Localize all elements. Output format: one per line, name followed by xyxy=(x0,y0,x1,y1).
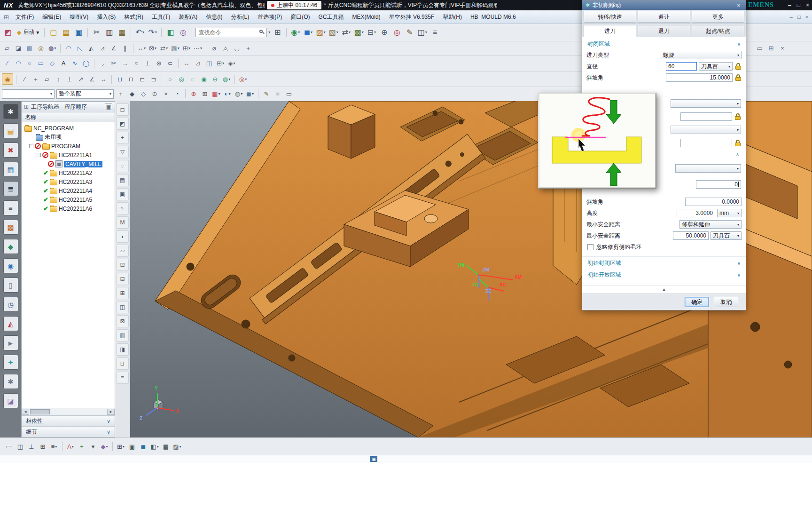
roles-icon[interactable]: ✱ xyxy=(3,104,18,119)
sheet-icon[interactable]: ▥ xyxy=(117,329,129,341)
datum-plane-icon[interactable]: ◪ xyxy=(13,43,23,54)
circle-ring-icon[interactable]: ◎ xyxy=(176,74,187,84)
menu-item-5[interactable]: 工具(T) xyxy=(148,12,174,23)
analysis-icon[interactable]: ◬ xyxy=(220,43,231,54)
wave-link-icon[interactable]: ≈ xyxy=(117,202,129,214)
tree-row-cavity-mill[interactable]: ▦ CAVITY_MILL xyxy=(22,159,115,168)
shade-icon[interactable]: ◧▾ xyxy=(149,441,160,452)
web-browser-icon[interactable]: ◉ xyxy=(3,258,18,273)
window-minimize-button[interactable]: – xyxy=(788,2,791,8)
min-clearance-unit-select[interactable]: 刀具百 ▾ xyxy=(710,231,742,240)
tree-row-hc202211a4[interactable]: ✔ HC202211A4 xyxy=(22,186,115,195)
circle-minus-icon[interactable]: ⊖ xyxy=(210,74,220,84)
stack-icon[interactable]: ⊟ xyxy=(117,273,129,285)
datum-plane2-icon[interactable]: ▱ xyxy=(42,74,52,84)
scroll-right-icon[interactable]: ► xyxy=(107,409,115,415)
half-view-icon[interactable]: ◗ xyxy=(117,230,129,243)
constraint-icon[interactable]: ⊥ xyxy=(26,441,37,452)
fit-view-icon[interactable]: ◻ xyxy=(117,103,129,116)
navigator-hscrollbar[interactable]: ◄ ► xyxy=(22,408,115,415)
window-icon[interactable]: ⊞▾ xyxy=(116,441,126,452)
menu-item-11[interactable]: GC工具箱 xyxy=(315,12,348,23)
color-grid-icon[interactable]: ▦▾ xyxy=(211,89,221,99)
height-input[interactable]: 3.0000 xyxy=(677,209,715,217)
intersect-curve-icon[interactable]: ⊗ xyxy=(154,58,164,69)
show-constraint-icon[interactable]: ◈▾ xyxy=(226,58,237,69)
command-search-box[interactable] xyxy=(195,28,267,37)
machine-tool-navigator-icon[interactable]: ≡ xyxy=(3,200,18,215)
mcs-icon[interactable]: M xyxy=(117,216,129,229)
point-icon[interactable]: + xyxy=(243,43,253,54)
tree-row-unused[interactable]: 未用项 xyxy=(22,133,115,142)
render-icon[interactable]: ▨▾ xyxy=(172,441,182,452)
grid-display-icon[interactable]: ⊞ xyxy=(766,43,776,54)
find-icon[interactable]: ◌ xyxy=(117,160,129,172)
operation-navigator-icon[interactable]: ≣ xyxy=(3,181,18,196)
groove-icon[interactable]: ⊏ xyxy=(137,74,148,84)
tab-more[interactable]: 更多 xyxy=(692,11,744,23)
menu-item-7[interactable]: 信息(I) xyxy=(202,12,226,23)
extend-icon[interactable]: → xyxy=(120,58,130,69)
command-search-input[interactable] xyxy=(197,29,259,36)
touch-mode-icon[interactable]: ✦ xyxy=(3,355,18,370)
solid-cube-icon[interactable]: ◼▾ xyxy=(302,26,314,39)
view-sphere-icon[interactable]: ◉▾ xyxy=(289,26,301,39)
obscured-input[interactable] xyxy=(680,112,732,121)
tab-engage[interactable]: 进刀 xyxy=(584,25,636,37)
spline-icon[interactable]: ∿ xyxy=(70,58,80,69)
arc-icon[interactable]: ◠ xyxy=(13,58,23,69)
new-file-icon[interactable]: ▢ xyxy=(47,26,59,39)
doc-minimize-button[interactable]: – xyxy=(790,14,793,20)
shaded-icon[interactable]: ◼▾ xyxy=(245,89,255,99)
mirror-view-icon[interactable]: ◫ xyxy=(117,301,129,313)
fillet-icon[interactable]: ◞ xyxy=(97,58,108,69)
height-unit-select[interactable]: mm ▾ xyxy=(717,209,742,217)
lock-icon[interactable] xyxy=(735,140,741,147)
expander-icon[interactable]: − xyxy=(37,153,41,157)
plugin-icon[interactable]: ◪ xyxy=(3,393,18,408)
distance-icon[interactable]: ↔ xyxy=(98,74,109,84)
wireframe-icon[interactable]: ◍▾ xyxy=(234,89,244,99)
cross-icon[interactable]: ⊠ xyxy=(117,315,129,327)
dialog-close-button[interactable]: × xyxy=(735,2,742,9)
dependencies-section[interactable]: 相依性 ∨ xyxy=(22,415,115,426)
open-ramp-angle-input[interactable]: 0.0000 xyxy=(685,198,742,206)
edit-pencil-icon[interactable]: ✎ xyxy=(404,26,415,39)
redo-icon[interactable]: ↷▾ xyxy=(147,26,158,39)
dropdown-icon[interactable]: ▾ xyxy=(88,441,98,452)
derived-curve-icon[interactable]: ⊂ xyxy=(165,58,175,69)
menu-item-4[interactable]: 格式(R) xyxy=(120,12,147,23)
closed-area-section-header[interactable]: 封闭区域 ∧ xyxy=(582,38,746,49)
ellipse-icon[interactable]: ◯ xyxy=(81,58,91,69)
snap-point-icon[interactable]: + xyxy=(116,89,126,99)
initial-open-area-header[interactable]: 初始开放区域 ∨ xyxy=(582,269,746,280)
pattern-icon[interactable]: ▩▾ xyxy=(353,26,365,39)
navigator-column-header[interactable]: 名称 xyxy=(22,112,115,122)
frame-icon[interactable]: ▭ xyxy=(284,89,294,99)
material-icon[interactable]: ◭ xyxy=(3,316,18,331)
navigator-window-icon[interactable]: ▣ xyxy=(105,103,112,110)
paste-icon[interactable]: ▦ xyxy=(116,26,128,39)
quadrant-snap-icon[interactable]: ◔ xyxy=(172,89,182,99)
intersection-snap-icon[interactable]: × xyxy=(161,89,171,99)
tree-row-hc202211a6[interactable]: ✔ HC202211A6 xyxy=(22,204,115,213)
ramp-angle-input[interactable]: 15.0000 xyxy=(666,73,733,82)
transform-icon[interactable]: ⊞▾ xyxy=(181,43,192,54)
draft-icon[interactable]: ∠ xyxy=(109,43,119,54)
collapse-up-icon[interactable]: ∧ xyxy=(736,152,739,157)
assembly-navigator-icon[interactable]: ▤ xyxy=(3,123,18,138)
menu-item-0[interactable]: 文件(F) xyxy=(12,12,38,23)
section-view-icon[interactable]: ◩ xyxy=(117,118,129,130)
snap-icon[interactable]: ⊕ xyxy=(378,26,390,39)
selection-scope-combo[interactable]: 整个装配 ▾ xyxy=(56,89,114,99)
tab-avoidance[interactable]: 避让 xyxy=(638,11,690,23)
expander-icon[interactable]: − xyxy=(29,144,33,148)
constraint-navigator-icon[interactable]: ✖ xyxy=(3,143,18,158)
doc-close-button[interactable]: × xyxy=(805,14,808,20)
menu-item-6[interactable]: 装配(A) xyxy=(175,12,201,23)
sphere-tool-icon[interactable]: ◎ xyxy=(391,26,403,39)
customer-defaults-icon[interactable]: ✱ xyxy=(3,374,18,389)
menu-item-14[interactable]: 帮助(H) xyxy=(439,12,466,23)
shell-icon[interactable]: ⊿ xyxy=(97,43,108,54)
list-view-icon[interactable]: ≡ xyxy=(273,89,283,99)
